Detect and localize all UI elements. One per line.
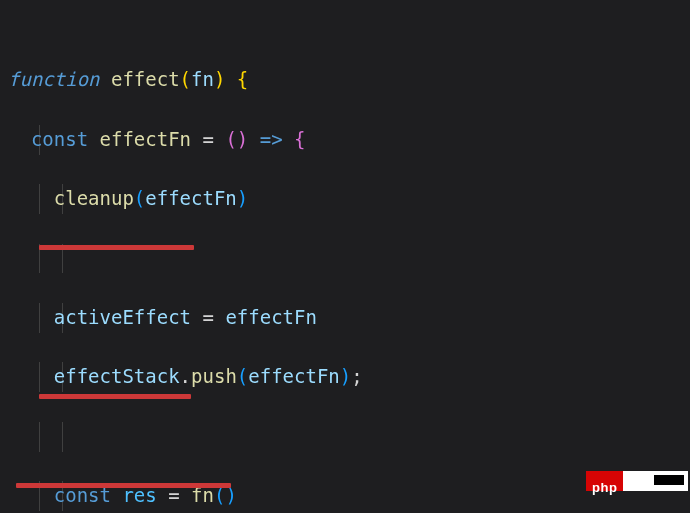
underline-annotation bbox=[39, 245, 194, 250]
code-line: effectStack.push(effectFn); bbox=[8, 362, 690, 392]
code-line: const effectFn = () => { bbox=[8, 125, 690, 155]
watermark-box bbox=[623, 471, 688, 491]
param: fn bbox=[191, 68, 214, 90]
arrow: => bbox=[260, 128, 283, 150]
watermark: php bbox=[586, 471, 688, 491]
code-block: function effect(fn) { const effectFn = (… bbox=[0, 0, 690, 513]
underline-annotation bbox=[16, 483, 231, 488]
code-line: activeEffect = effectFn bbox=[8, 303, 690, 333]
var-name: effectFn bbox=[100, 128, 192, 150]
call-cleanup: cleanup bbox=[54, 187, 134, 209]
function-name: effect bbox=[111, 68, 180, 90]
code-line: function effect(fn) { bbox=[8, 65, 690, 95]
underline-annotation bbox=[39, 394, 191, 399]
keyword-function: function bbox=[8, 68, 100, 90]
code-line bbox=[8, 422, 690, 452]
code-line: cleanup(effectFn) bbox=[8, 184, 690, 214]
watermark-text: php bbox=[586, 471, 623, 491]
keyword-const: const bbox=[31, 128, 88, 150]
